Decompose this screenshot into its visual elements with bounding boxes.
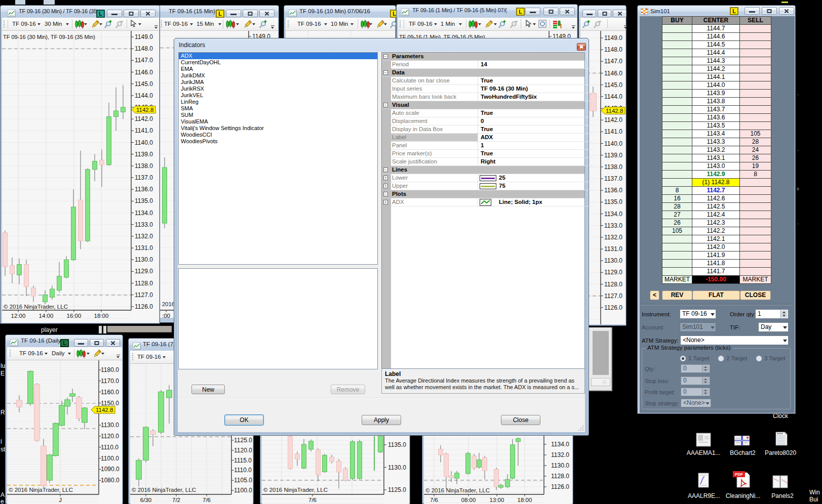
svg-text:1149.0: 1149.0 xyxy=(135,33,153,40)
svg-text:1127.0: 1127.0 xyxy=(135,291,153,299)
svg-text:© 2016 NinjaTrader, LLC: © 2016 NinjaTrader, LLC xyxy=(9,487,73,493)
svg-text:1135.0: 1135.0 xyxy=(604,198,622,205)
svg-text:1131.0: 1131.0 xyxy=(604,245,622,253)
svg-text:1132.0: 1132.0 xyxy=(604,234,622,241)
svg-text:6/30: 6/30 xyxy=(140,497,151,503)
svg-text:1126.0: 1126.0 xyxy=(604,304,622,311)
svg-text:1141.0: 1141.0 xyxy=(604,128,622,135)
svg-text:7/6: 7/6 xyxy=(308,497,317,503)
svg-text:PDF: PDF xyxy=(735,472,743,477)
svg-text:1142.8: 1142.8 xyxy=(136,107,153,113)
svg-text:1147.0: 1147.0 xyxy=(135,57,153,64)
svg-text:1150.0: 1150.0 xyxy=(101,400,119,407)
svg-text:1100.0: 1100.0 xyxy=(101,455,119,462)
svg-text:1139.0: 1139.0 xyxy=(604,152,622,159)
svg-text:1141.0: 1141.0 xyxy=(135,127,153,134)
svg-text:1136.0: 1136.0 xyxy=(604,187,622,194)
svg-text:1138.0: 1138.0 xyxy=(135,162,153,170)
svg-text:1120.0: 1120.0 xyxy=(101,433,119,440)
svg-text:1144.0: 1144.0 xyxy=(604,93,622,100)
svg-text:1138.0: 1138.0 xyxy=(604,163,622,171)
svg-text:1128.0: 1128.0 xyxy=(135,280,153,287)
svg-text:1142.0: 1142.0 xyxy=(135,115,153,122)
svg-text:J: J xyxy=(59,497,62,503)
svg-text:1080.0: 1080.0 xyxy=(101,477,120,484)
svg-text:1145.0: 1145.0 xyxy=(135,80,153,88)
svg-text:1128.0: 1128.0 xyxy=(551,473,569,480)
svg-text:7/2: 7/2 xyxy=(172,497,180,503)
svg-text:1132.0: 1132.0 xyxy=(551,451,569,458)
svg-text:TF 09-16 (30 Min), TF 09-16 (3: TF 09-16 (30 Min), TF 09-16 (35 Min) xyxy=(3,34,95,40)
svg-text:1105.0: 1105.0 xyxy=(234,477,252,484)
svg-text:1126.0: 1126.0 xyxy=(551,483,569,490)
svg-text:1136.0: 1136.0 xyxy=(135,186,153,193)
svg-text:1110.0: 1110.0 xyxy=(101,444,119,451)
svg-text:1142.8: 1142.8 xyxy=(606,108,623,114)
svg-text:1115.0: 1115.0 xyxy=(234,457,252,464)
svg-text:1134.0: 1134.0 xyxy=(604,211,622,218)
svg-text:1129.0: 1129.0 xyxy=(135,268,153,275)
svg-text:1170.0: 1170.0 xyxy=(101,377,119,385)
svg-text:13:00: 13:00 xyxy=(490,497,504,503)
svg-text:1142.8: 1142.8 xyxy=(96,407,113,413)
svg-text:1139.0: 1139.0 xyxy=(135,151,153,158)
svg-text:1148.0: 1148.0 xyxy=(604,46,622,53)
svg-text:1100.0: 1100.0 xyxy=(234,487,252,494)
svg-text:1127.0: 1127.0 xyxy=(604,292,622,300)
svg-text:1133.0: 1133.0 xyxy=(604,222,622,229)
svg-text:1130.0: 1130.0 xyxy=(551,462,569,469)
svg-text:18:00: 18:00 xyxy=(94,313,109,319)
svg-text:1130.0: 1130.0 xyxy=(604,257,622,264)
svg-text:1137.0: 1137.0 xyxy=(604,175,622,182)
svg-text:1132.0: 1132.0 xyxy=(135,233,153,240)
svg-text:1140.0: 1140.0 xyxy=(604,140,622,147)
svg-text:1125.0: 1125.0 xyxy=(234,437,252,444)
svg-text:1144.0: 1144.0 xyxy=(135,92,153,99)
svg-text:1160.0: 1160.0 xyxy=(101,389,119,396)
svg-text:1131.0: 1131.0 xyxy=(135,244,153,251)
svg-text:1142.0: 1142.0 xyxy=(604,116,622,123)
svg-text:1135.0: 1135.0 xyxy=(135,197,153,204)
svg-text:1149.0: 1149.0 xyxy=(604,34,622,41)
svg-text:14:00: 14:00 xyxy=(39,313,54,319)
svg-text:1133.0: 1133.0 xyxy=(135,221,153,228)
svg-text:© 2016 NinjaTrader, LLC: © 2016 NinjaTrader, LLC xyxy=(425,487,490,493)
svg-text:1130.0: 1130.0 xyxy=(101,422,119,429)
svg-text:1146.0: 1146.0 xyxy=(135,69,153,76)
svg-text:7/6: 7/6 xyxy=(430,497,438,503)
svg-text:1129.0: 1129.0 xyxy=(604,269,622,276)
svg-text:1130.0: 1130.0 xyxy=(388,464,406,471)
svg-text:1137.0: 1137.0 xyxy=(135,174,153,181)
svg-text:1126.0: 1126.0 xyxy=(135,303,153,310)
svg-text:1130.0: 1130.0 xyxy=(135,256,153,263)
svg-text:1120.0: 1120.0 xyxy=(234,447,252,454)
svg-text:1146.0: 1146.0 xyxy=(604,70,622,77)
svg-text:1128.0: 1128.0 xyxy=(604,281,622,288)
svg-text:© 2016 NinjaTrader, LLC: © 2016 NinjaTrader, LLC xyxy=(263,487,328,493)
svg-text:1110.0: 1110.0 xyxy=(234,467,252,474)
svg-text:18:00: 18:00 xyxy=(518,497,532,503)
svg-text:1147.0: 1147.0 xyxy=(604,58,622,65)
svg-text:1090.0: 1090.0 xyxy=(101,466,120,473)
svg-text:1148.0: 1148.0 xyxy=(135,45,153,52)
svg-text:1134.0: 1134.0 xyxy=(135,209,153,217)
svg-text:© 2016 NinjaTrader, LLC: © 2016 NinjaTrader, LLC xyxy=(132,487,196,493)
svg-text:1180.0: 1180.0 xyxy=(101,366,119,373)
svg-text:© 2016 NinjaTrader, LLC: © 2016 NinjaTrader, LLC xyxy=(4,304,68,310)
svg-text:1145.0: 1145.0 xyxy=(604,81,622,89)
svg-text::00: :00 xyxy=(162,313,170,318)
svg-text:7/6: 7/6 xyxy=(203,497,211,503)
svg-text:1125.0: 1125.0 xyxy=(388,486,406,493)
svg-text:1135.0: 1135.0 xyxy=(388,441,406,448)
svg-text:16:00: 16:00 xyxy=(67,313,82,319)
svg-text:1134.0: 1134.0 xyxy=(551,441,569,448)
svg-text:08:00: 08:00 xyxy=(461,497,476,503)
svg-text:1140.0: 1140.0 xyxy=(135,139,153,146)
svg-text:12:00: 12:00 xyxy=(11,313,26,319)
